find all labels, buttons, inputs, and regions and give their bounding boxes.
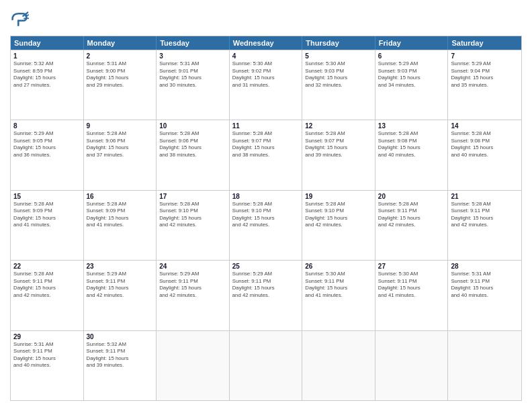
day-info: Sunrise: 5:29 AM Sunset: 9:11 PM Dayligh… [87,271,154,299]
header-day-saturday: Saturday [448,36,521,50]
day-info: Sunrise: 5:28 AM Sunset: 9:06 PM Dayligh… [159,130,226,158]
calendar-cell: 14Sunrise: 5:28 AM Sunset: 9:08 PM Dayli… [448,120,521,189]
day-info: Sunrise: 5:31 AM Sunset: 9:00 PM Dayligh… [87,60,154,89]
day-number: 13 [378,122,445,130]
header [10,10,522,29]
calendar-cell: 11Sunrise: 5:28 AM Sunset: 9:07 PM Dayli… [230,120,303,189]
day-number: 3 [159,52,226,60]
calendar-cell: 15Sunrise: 5:28 AM Sunset: 9:09 PM Dayli… [11,191,84,260]
calendar-cell [230,331,303,400]
calendar-cell: 3Sunrise: 5:31 AM Sunset: 9:01 PM Daylig… [157,50,230,120]
header-day-thursday: Thursday [302,36,375,50]
page: SundayMondayTuesdayWednesdayThursdayFrid… [0,0,532,411]
header-day-friday: Friday [375,36,449,50]
day-number: 15 [13,193,81,200]
day-info: Sunrise: 5:28 AM Sunset: 9:11 PM Dayligh… [378,201,445,229]
day-number: 26 [305,263,372,270]
calendar-cell: 8Sunrise: 5:29 AM Sunset: 9:05 PM Daylig… [11,120,84,189]
calendar-row: 22Sunrise: 5:28 AM Sunset: 9:11 PM Dayli… [11,260,521,330]
calendar-cell [157,331,230,400]
day-info: Sunrise: 5:29 AM Sunset: 9:11 PM Dayligh… [159,271,226,299]
calendar-cell: 2Sunrise: 5:31 AM Sunset: 9:00 PM Daylig… [84,50,157,120]
day-info: Sunrise: 5:29 AM Sunset: 9:11 PM Dayligh… [232,271,300,299]
day-info: Sunrise: 5:28 AM Sunset: 9:11 PM Dayligh… [451,201,519,229]
day-number: 10 [159,122,226,130]
calendar-cell: 17Sunrise: 5:28 AM Sunset: 9:10 PM Dayli… [157,191,230,260]
day-number: 23 [87,263,154,270]
logo [10,10,32,29]
calendar-row: 8Sunrise: 5:29 AM Sunset: 9:05 PM Daylig… [11,120,521,189]
calendar-row: 29Sunrise: 5:31 AM Sunset: 9:11 PM Dayli… [11,330,521,400]
calendar-cell: 18Sunrise: 5:28 AM Sunset: 9:10 PM Dayli… [230,191,303,260]
day-number: 2 [87,52,154,60]
day-number: 1 [13,52,81,60]
day-number: 19 [305,193,372,200]
day-number: 17 [159,193,226,200]
day-number: 4 [232,52,300,60]
calendar-cell: 1Sunrise: 5:32 AM Sunset: 8:59 PM Daylig… [11,50,84,120]
day-info: Sunrise: 5:29 AM Sunset: 9:05 PM Dayligh… [13,130,81,158]
day-number: 28 [451,263,519,270]
day-info: Sunrise: 5:29 AM Sunset: 9:03 PM Dayligh… [378,60,445,89]
calendar-row: 15Sunrise: 5:28 AM Sunset: 9:09 PM Dayli… [11,190,521,260]
day-number: 16 [87,193,154,200]
day-info: Sunrise: 5:29 AM Sunset: 9:04 PM Dayligh… [451,60,519,89]
day-info: Sunrise: 5:28 AM Sunset: 9:08 PM Dayligh… [378,130,445,158]
day-number: 11 [232,122,300,130]
calendar-cell: 7Sunrise: 5:29 AM Sunset: 9:04 PM Daylig… [448,50,521,120]
day-number: 21 [451,193,519,200]
day-info: Sunrise: 5:28 AM Sunset: 9:10 PM Dayligh… [305,201,372,229]
day-info: Sunrise: 5:28 AM Sunset: 9:11 PM Dayligh… [13,271,81,299]
calendar-cell [448,331,521,400]
day-info: Sunrise: 5:30 AM Sunset: 9:03 PM Dayligh… [305,60,372,89]
day-info: Sunrise: 5:31 AM Sunset: 9:11 PM Dayligh… [13,341,81,369]
calendar-cell: 24Sunrise: 5:29 AM Sunset: 9:11 PM Dayli… [157,261,230,330]
day-info: Sunrise: 5:30 AM Sunset: 9:11 PM Dayligh… [305,271,372,299]
calendar-cell: 22Sunrise: 5:28 AM Sunset: 9:11 PM Dayli… [11,261,84,330]
day-number: 14 [451,122,519,130]
day-number: 29 [13,333,81,340]
calendar-cell: 29Sunrise: 5:31 AM Sunset: 9:11 PM Dayli… [11,331,84,400]
day-info: Sunrise: 5:28 AM Sunset: 9:07 PM Dayligh… [232,130,300,158]
header-day-wednesday: Wednesday [230,36,303,50]
calendar-cell: 30Sunrise: 5:32 AM Sunset: 9:11 PM Dayli… [84,331,157,400]
calendar-cell: 26Sunrise: 5:30 AM Sunset: 9:11 PM Dayli… [302,261,375,330]
day-number: 6 [378,52,445,60]
calendar: SundayMondayTuesdayWednesdayThursdayFrid… [10,36,522,401]
calendar-cell: 21Sunrise: 5:28 AM Sunset: 9:11 PM Dayli… [448,191,521,260]
day-info: Sunrise: 5:28 AM Sunset: 9:10 PM Dayligh… [159,201,226,229]
calendar-cell: 19Sunrise: 5:28 AM Sunset: 9:10 PM Dayli… [302,191,375,260]
day-info: Sunrise: 5:31 AM Sunset: 9:01 PM Dayligh… [159,60,226,89]
calendar-cell: 6Sunrise: 5:29 AM Sunset: 9:03 PM Daylig… [375,50,449,120]
logo-icon [10,10,29,29]
calendar-cell: 25Sunrise: 5:29 AM Sunset: 9:11 PM Dayli… [230,261,303,330]
day-info: Sunrise: 5:30 AM Sunset: 9:11 PM Dayligh… [378,271,445,299]
day-number: 7 [451,52,519,60]
day-info: Sunrise: 5:32 AM Sunset: 9:11 PM Dayligh… [87,341,154,369]
calendar-cell: 4Sunrise: 5:30 AM Sunset: 9:02 PM Daylig… [230,50,303,120]
header-day-sunday: Sunday [11,36,84,50]
calendar-cell [375,331,449,400]
day-info: Sunrise: 5:28 AM Sunset: 9:09 PM Dayligh… [13,201,81,229]
day-info: Sunrise: 5:30 AM Sunset: 9:02 PM Dayligh… [232,60,300,89]
calendar-cell: 9Sunrise: 5:28 AM Sunset: 9:06 PM Daylig… [84,120,157,189]
day-number: 18 [232,193,300,200]
calendar-cell: 20Sunrise: 5:28 AM Sunset: 9:11 PM Dayli… [375,191,449,260]
calendar-cell: 27Sunrise: 5:30 AM Sunset: 9:11 PM Dayli… [375,261,449,330]
day-number: 22 [13,263,81,270]
calendar-cell: 13Sunrise: 5:28 AM Sunset: 9:08 PM Dayli… [375,120,449,189]
day-number: 20 [378,193,445,200]
day-number: 24 [159,263,226,270]
calendar-cell: 12Sunrise: 5:28 AM Sunset: 9:07 PM Dayli… [302,120,375,189]
calendar-row: 1Sunrise: 5:32 AM Sunset: 8:59 PM Daylig… [11,50,521,120]
calendar-cell: 10Sunrise: 5:28 AM Sunset: 9:06 PM Dayli… [157,120,230,189]
day-info: Sunrise: 5:28 AM Sunset: 9:06 PM Dayligh… [87,130,154,158]
calendar-cell: 16Sunrise: 5:28 AM Sunset: 9:09 PM Dayli… [84,191,157,260]
day-number: 8 [13,122,81,130]
calendar-cell: 5Sunrise: 5:30 AM Sunset: 9:03 PM Daylig… [302,50,375,120]
calendar-header: SundayMondayTuesdayWednesdayThursdayFrid… [11,36,521,50]
header-day-tuesday: Tuesday [157,36,230,50]
day-info: Sunrise: 5:31 AM Sunset: 9:11 PM Dayligh… [451,271,519,299]
day-number: 25 [232,263,300,270]
day-info: Sunrise: 5:28 AM Sunset: 9:07 PM Dayligh… [305,130,372,158]
